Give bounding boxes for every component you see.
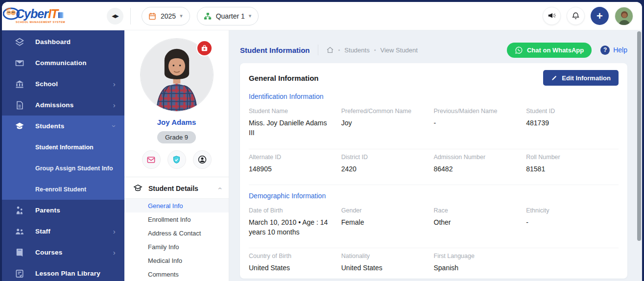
sidebar-item-dashboard[interactable]: Dashboard	[2, 31, 124, 52]
field-value: 481739	[526, 118, 607, 128]
field-previous-name: Previous/Maiden Name -	[434, 108, 526, 138]
sidebar-item-label: Admissions	[35, 101, 74, 109]
sidebar-item-label: Students	[35, 122, 64, 130]
year-selector[interactable]: 2025 ▾	[142, 7, 190, 25]
section-title: Identification Information	[249, 93, 619, 100]
edit-information-button[interactable]: Edit Information	[543, 70, 619, 86]
breadcrumb-separator: •	[338, 47, 340, 53]
sidebar-item-staff[interactable]: Staff ›	[2, 221, 124, 242]
notifications-button[interactable]	[567, 7, 585, 25]
graduation-cap-icon	[15, 121, 24, 131]
dashboard-icon	[15, 37, 24, 47]
topbar-divider	[130, 8, 131, 24]
announcements-button[interactable]	[543, 7, 561, 25]
breadcrumb-students[interactable]: Students	[344, 47, 369, 54]
term-icon	[203, 12, 212, 21]
field-admission-number: Admission Number 86482	[434, 154, 526, 174]
field-label: District ID	[341, 154, 422, 161]
home-icon[interactable]	[326, 46, 334, 54]
menu-item-label: Medical Info	[148, 257, 182, 264]
field-value: 81581	[526, 164, 607, 174]
whatsapp-icon	[515, 46, 523, 54]
field-district-id: District ID 2420	[341, 154, 434, 174]
field-race: Race Other	[434, 207, 526, 237]
demographic-section: Demographic Information Date of Birth Ma…	[249, 192, 619, 279]
student-details-header[interactable]: Student Details ›	[124, 177, 229, 199]
field-value: United States	[341, 263, 422, 273]
lesson-plan-icon	[15, 269, 24, 279]
menu-item-address-contact[interactable]: Address & Contact	[124, 226, 229, 240]
account-circle-icon	[197, 155, 207, 164]
medical-bag-icon	[200, 44, 209, 52]
scrollbar-track[interactable]	[637, 31, 642, 281]
add-button[interactable]: +	[591, 7, 609, 25]
scrollbar-thumb[interactable]	[637, 31, 641, 241]
field-row: Student Name Miss. Joy Danielle Adams II…	[249, 103, 619, 149]
sidebar-subitem-student-information[interactable]: Student Information	[2, 137, 124, 158]
quarter-selector[interactable]: Quarter 1 ▾	[197, 7, 259, 25]
field-label: First Language	[434, 253, 515, 259]
app-logo[interactable]: CyberIT SCHOOL MANAGEMENT SYSTEM	[2, 8, 95, 24]
menu-item-label: Enrollment Info	[148, 216, 191, 223]
field-value: Spanish	[434, 263, 515, 273]
logo-faces-icon	[3, 6, 20, 21]
field-row: Country of Birth United States Nationali…	[249, 248, 619, 279]
user-avatar[interactable]	[615, 7, 633, 25]
verification-button[interactable]	[167, 150, 186, 169]
medical-alert-badge[interactable]	[196, 40, 213, 56]
bell-icon	[571, 11, 580, 21]
menu-item-enrollment-info[interactable]: Enrollment Info	[124, 212, 229, 226]
chevron-right-icon: ›	[113, 248, 116, 257]
year-value: 2025	[161, 12, 176, 20]
sidebar-item-communication[interactable]: Communication	[2, 52, 124, 73]
field-label: Preferred/Common Name	[341, 108, 422, 115]
student-name: Joy Adams	[124, 118, 229, 126]
field-date-of-birth: Date of Birth March 10, 2010 • Age : 14 …	[249, 207, 341, 237]
sidebar-students-group: Students › Student Information Group Ass…	[2, 116, 124, 200]
sidebar-item-students[interactable]: Students ›	[2, 116, 124, 137]
field-row: Alternate ID 148905 District ID 2420 Adm…	[249, 149, 619, 185]
sidebar-item-courses[interactable]: Courses ›	[2, 242, 124, 263]
field-country-of-birth: Country of Birth United States	[249, 253, 341, 273]
sidebar-item-school[interactable]: School ›	[2, 73, 124, 94]
field-value: -	[526, 217, 607, 227]
field-value: Female	[341, 217, 422, 227]
email-student-button[interactable]	[142, 150, 161, 169]
field-preferred-name: Preferred/Common Name Joy	[341, 108, 434, 138]
breadcrumb-view-student[interactable]: View Student	[381, 47, 418, 54]
sidebar-collapse-button[interactable]: ◀▶	[107, 8, 123, 24]
sidebar-item-admissions[interactable]: Admissions ›	[2, 94, 124, 116]
menu-item-family-info[interactable]: Family Info	[124, 240, 229, 254]
sidebar-subitem-group-assign[interactable]: Group Assign Student Info	[2, 158, 124, 179]
field-label: Nationality	[341, 253, 422, 259]
account-button[interactable]	[193, 150, 212, 169]
field-value: 2420	[341, 164, 422, 174]
quarter-value: Quarter 1	[216, 12, 245, 20]
chevron-down-icon: ▾	[180, 13, 183, 19]
menu-item-medical-info[interactable]: Medical Info	[124, 254, 229, 267]
field-label: Alternate ID	[249, 154, 330, 161]
parent-child-icon	[15, 206, 24, 215]
field-value: Joy	[341, 118, 422, 128]
sidebar-item-parents[interactable]: Parents	[2, 200, 124, 221]
main-content: Student Information • Students • View St…	[229, 30, 642, 281]
whatsapp-button[interactable]: Chat on WhatsApp	[507, 43, 592, 58]
calendar-icon	[148, 12, 157, 21]
menu-item-label: Address & Contact	[148, 230, 201, 237]
chevron-up-icon: ›	[216, 187, 224, 189]
chevron-right-icon: ›	[113, 227, 116, 235]
field-alternate-id: Alternate ID 148905	[249, 154, 341, 174]
general-information-card: General Information Edit Information Ide…	[240, 63, 627, 279]
menu-item-comments[interactable]: Comments	[124, 267, 229, 281]
sidebar-subitem-reenroll[interactable]: Re-enroll Student	[2, 179, 124, 200]
sidebar-item-label: Staff	[35, 228, 50, 235]
sidebar-item-lesson-plan-library[interactable]: Lesson Plan Library	[2, 263, 124, 281]
student-profile-panel: Joy Adams Grade 9 Student Details › Gene…	[124, 30, 229, 281]
field-student-id: Student ID 481739	[526, 108, 619, 138]
field-label: Previous/Maiden Name	[434, 108, 515, 115]
field-roll-number: Roll Number 81581	[526, 154, 619, 174]
mail-icon	[15, 58, 24, 68]
menu-item-general-info[interactable]: General Info	[124, 199, 229, 212]
sidebar-item-label: Lesson Plan Library	[35, 270, 100, 277]
help-button[interactable]: ? Help	[600, 46, 627, 55]
